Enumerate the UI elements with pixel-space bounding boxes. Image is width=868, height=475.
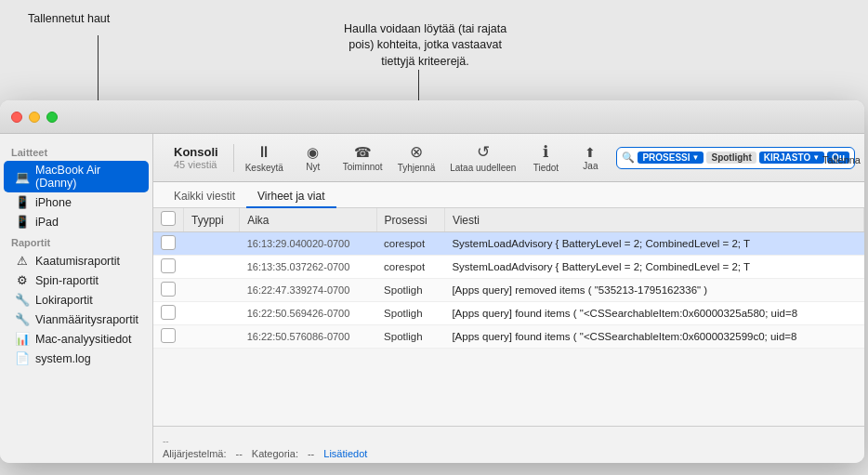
toiminnot-button[interactable]: ☎ Toiminnot [335,141,390,175]
subsystem-label: Alijärjestelmä: [163,448,226,459]
phone-icon: 📱 [15,195,30,209]
nyt-button[interactable]: ◉ Nyt [291,141,335,175]
sidebar-item-vian-label: Vianmääritysraportit [35,313,138,326]
sidebar: Laitteet 💻 MacBook Air (Danny) 📱 iPhone … [0,134,153,463]
kirjasto-chevron-icon: ▼ [812,153,820,162]
table-row[interactable]: 16:22:50.569426-0700Spotligh[Apps query]… [153,302,864,325]
cell-type [184,232,240,256]
now-icon: ◉ [307,144,319,161]
main-panel: Konsoli 45 viestiä ⏸ Keskeytä ◉ Nyt ☎ To… [153,134,864,463]
devices-header: Laitteet [0,141,152,161]
table-row[interactable]: 16:13:35.037262-0700corespotSystemLoadAd… [153,256,864,279]
sidebar-item-macbook[interactable]: 💻 MacBook Air (Danny) [4,161,149,192]
warning-icon: ⚠ [15,254,30,268]
titlebar [0,100,864,134]
cell-process: corespot [376,232,444,256]
sidebar-item-lokiraportit[interactable]: 🔧 Lokiraportit [4,290,149,310]
cell-time: 16:22:50.576086-0700 [240,325,376,349]
toolbar-title: Konsoli 45 viestiä [163,145,230,170]
table-row[interactable]: 16:22:47.339274-0700Spotligh[Apps query]… [153,279,864,302]
sidebar-item-iphone[interactable]: 📱 iPhone [4,192,149,212]
sidebar-item-mac-analyysitiedot[interactable]: 📊 Mac-analyysitiedot [4,329,149,349]
search-tag-prosessi[interactable]: PROSESSI ▼ [638,152,704,164]
tab-kaikki-label: Kaikki viestit [174,190,235,203]
sidebar-item-macbook-label: MacBook Air (Danny) [35,164,138,190]
table-row[interactable]: 16:22:50.576086-0700Spotligh[Apps query]… [153,325,864,349]
tallenna-label: Tallenna [822,154,861,165]
row-checkbox[interactable] [161,328,176,343]
more-info-link[interactable]: Lisätiedot [323,448,367,459]
close-button[interactable] [11,112,22,123]
tiedot-button[interactable]: ℹ Tiedot [523,139,568,176]
sidebar-item-system-log[interactable]: 📄 system.log [4,349,149,368]
laptop-icon: 💻 [15,170,30,184]
toiminnot-label: Toiminnot [343,162,383,172]
col-tyyppi: Tyyppi [184,208,240,232]
status-separator: -- [163,436,855,446]
minimize-button[interactable] [29,112,40,123]
diag-icon: 🔧 [15,312,30,326]
cell-message: [Apps query] found items ( "<CSSearchabl… [444,302,863,325]
subsystem-value: -- [235,448,242,459]
tab-virheet-label: Virheet ja viat [257,190,325,203]
log-table-container: Tyyppi Aika Prosessi Viesti 16:13:29.040… [153,208,864,426]
nyt-label: Nyt [306,162,320,172]
cell-time: 16:13:35.037262-0700 [240,256,376,279]
cell-type [184,302,240,325]
jaa-button[interactable]: ⬆ Jaa [568,142,612,174]
cell-type [184,325,240,349]
status-info-row: Alijärjestelmä: -- Kategoria: -- Lisätie… [163,448,855,459]
share-icon: ⬆ [585,145,596,160]
row-checkbox[interactable] [161,258,176,273]
reload-icon: ↺ [477,142,490,162]
sidebar-item-vianmaaritys[interactable]: 🔧 Vianmääritysraportit [4,310,149,329]
search-box[interactable]: 🔍 PROSESSI ▼ Spotlight KIRJASTO ▼ [616,147,855,169]
lataa-uudelleen-button[interactable]: ↺ Lataa uudelleen [442,139,523,176]
row-checkbox[interactable] [161,235,176,250]
cell-message: SystemLoadAdvisory { BatteryLevel = 2; C… [444,232,863,256]
row-checkbox[interactable] [161,305,176,320]
jaa-label: Jaa [583,161,598,171]
prosessi-label: PROSESSI [642,152,690,163]
reports-header: Raportit [0,231,152,251]
sidebar-item-loki-label: Lokiraportit [35,294,93,307]
table-row[interactable]: 16:13:29.040020-0700corespotSystemLoadAd… [153,232,864,256]
annotation-search-criteria: Haulla voidaan löytää (tai rajata pois) … [344,5,506,70]
annotation-saved-searches: Tallennetut haut [28,11,110,28]
sidebar-item-ipad[interactable]: 📱 iPad [4,212,149,231]
tab-kaikki-viestit[interactable]: Kaikki viestit [163,186,246,208]
search-tag-kirjasto[interactable]: KIRJASTO ▼ [759,152,824,164]
keskeyta-label: Keskeytä [245,163,283,173]
cell-process: corespot [376,256,444,279]
tab-virheet-viat[interactable]: Virheet ja viat [246,186,336,208]
toolbar: Konsoli 45 viestiä ⏸ Keskeytä ◉ Nyt ☎ To… [153,134,864,182]
clear-icon: ⊗ [410,142,423,162]
sidebar-item-syslog-label: system.log [35,352,91,365]
tyhjenna-button[interactable]: ⊗ Tyhjennä [390,139,443,176]
info-icon: ℹ [543,142,548,162]
spin-icon: ⚙ [15,273,30,287]
actions-icon: ☎ [354,144,372,161]
search-area: 🔍 PROSESSI ▼ Spotlight KIRJASTO ▼ [616,147,855,169]
maximize-button[interactable] [46,112,58,123]
col-viesti: Viesti [444,208,863,232]
sidebar-item-spin-raportit[interactable]: ⚙ Spin-raportit [4,270,149,290]
sidebar-item-kaatumisraportit[interactable]: ⚠ Kaatumisraportit [4,251,149,270]
row-checkbox[interactable] [161,282,176,297]
cell-type [184,256,240,279]
col-aika: Aika [240,208,376,232]
cell-time: 16:22:50.569426-0700 [240,302,376,325]
pause-icon: ⏸ [256,143,272,162]
console-title: Konsoli [174,145,218,159]
cell-time: 16:13:29.040020-0700 [240,232,376,256]
prosessi-chevron-icon: ▼ [692,153,700,162]
content-area: Laitteet 💻 MacBook Air (Danny) 📱 iPhone … [0,134,864,463]
category-label: Kategoria: [252,448,298,459]
keskeyta-button[interactable]: ⏸ Keskeytä [238,140,291,176]
log-table: Tyyppi Aika Prosessi Viesti 16:13:29.040… [153,208,864,349]
select-all-checkbox[interactable] [161,211,176,226]
cell-message: SystemLoadAdvisory { BatteryLevel = 2; C… [444,256,863,279]
search-tag-spotlight[interactable]: Spotlight [706,152,756,164]
sidebar-item-iphone-label: iPhone [35,196,72,209]
col-prosessi: Prosessi [376,208,444,232]
